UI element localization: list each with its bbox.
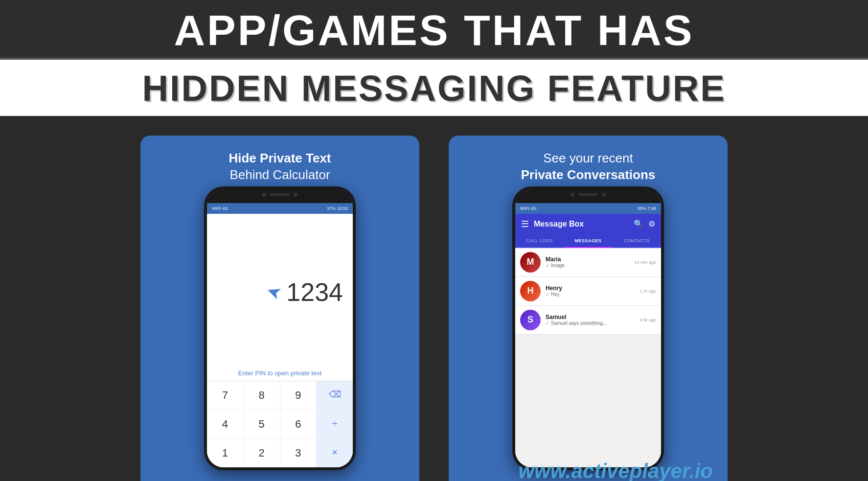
calc-btn-2[interactable]: 2 [244,439,280,467]
right-notch-dot-2 [602,193,606,197]
msg-preview-maria: ✓ Image [546,263,629,268]
msg-preview-samuel: ✓ Samuel says something... [546,321,635,326]
left-card-title: Hide Private Text Behind Calculator [228,150,331,183]
avatar-maria: M [520,252,541,273]
avatar-henry: H [520,281,541,301]
calc-btn-7[interactable]: 7 [207,381,243,410]
msg-time-henry: 1 hr ago [640,289,656,294]
calc-btn-4[interactable]: 4 [207,410,243,438]
msg-header: ☰ Message Box 🔍 ⚙ [515,214,661,234]
right-notch-speaker [578,193,598,196]
tab-contacts[interactable]: CONTACTS [613,234,661,247]
calc-arrow-icon: ➤ [264,280,285,304]
hamburger-icon[interactable]: ☰ [521,219,529,229]
calc-btn-backspace[interactable]: ⌫ [317,381,353,410]
msg-app-title: Message Box [534,220,629,229]
tab-messages[interactable]: MESSAGES [564,234,612,248]
calc-hint: Enter PIN to open private text [207,366,353,381]
msg-time-maria: 14 min ago [634,260,656,265]
main-content: Hide Private Text Behind Calculator WIFI… [0,116,868,477]
notch-dot-2 [294,193,297,197]
tab-call-logs[interactable]: CALL LOGS [515,234,564,247]
msg-item-henry[interactable]: H Henry ✓ Hey 1 hr ago [515,277,661,306]
msg-name-samuel: Samuel [546,314,635,321]
right-card-title: See your recent Private Conversations [521,150,656,183]
notch-speaker [270,193,290,196]
msg-time-samuel: 4 hr ago [640,318,656,322]
calc-display: ➤ 1234 [207,214,353,366]
msg-item-samuel[interactable]: S Samuel ✓ Samuel says something... 4 hr… [515,306,661,335]
msg-info-samuel: Samuel ✓ Samuel says something... [546,314,635,326]
calc-btn-divide[interactable]: ÷ [317,410,353,438]
calc-btn-6[interactable]: 6 [280,410,317,438]
msg-info-henry: Henry ✓ Hey [546,285,635,297]
subtitle-band: HIDDEN MESSAGING FEATURE [0,60,868,116]
calc-btn-3[interactable]: 3 [280,439,317,467]
right-phone-card: See your recent Private Conversations WI… [449,136,728,481]
msg-item-maria[interactable]: M Maria ✓ Image 14 min ago [515,248,661,277]
calc-buttons: 7 8 9 ⌫ 4 5 6 ÷ 1 2 3 × [207,381,353,467]
activeplayer-watermark: www.activeplayer.io [518,459,713,481]
left-phone-card: Hide Private Text Behind Calculator WIFI… [140,136,419,481]
left-phone-mockup: WIFI 4G 37% 10:53 ➤ 1234 Enter PIN to op… [204,186,356,470]
calc-btn-8[interactable]: 8 [244,381,280,410]
status-bar-right: WIFI 4G 55% 7:48 [515,203,661,214]
settings-icon[interactable]: ⚙ [648,219,655,229]
notch [251,189,309,200]
top-banner: APP/GAMES THAT HAS [0,0,868,60]
subtitle: HIDDEN MESSAGING FEATURE [0,68,868,109]
calc-btn-5[interactable]: 5 [244,410,280,438]
avatar-samuel: S [520,310,541,330]
msg-tabs: CALL LOGS MESSAGES CONTACTS [515,234,661,248]
main-title: APP/GAMES THAT HAS [0,9,868,52]
right-phone-mockup: WIFI 4G 55% 7:48 ☰ Message Box 🔍 ⚙ CALL … [512,186,664,470]
calc-btn-1[interactable]: 1 [207,439,243,467]
right-notch-area [515,189,661,203]
msg-name-henry: Henry [546,285,635,292]
search-icon[interactable]: 🔍 [634,219,643,229]
msg-list: M Maria ✓ Image 14 min ago [515,248,661,467]
calc-number: ➤ 1234 [267,277,343,307]
notch-dot [262,193,266,197]
right-notch-dot [571,193,574,197]
right-notch [559,189,617,200]
status-bar-left: WIFI 4G 37% 10:53 [207,203,353,214]
msg-screen: ☰ Message Box 🔍 ⚙ CALL LOGS MESSAGES CON… [515,214,661,467]
notch-area [207,189,353,203]
msg-name-maria: Maria [546,256,629,263]
calc-btn-9[interactable]: 9 [280,381,317,410]
msg-info-maria: Maria ✓ Image [546,256,629,268]
calc-btn-multiply[interactable]: × [317,439,353,467]
msg-preview-henry: ✓ Hey [546,292,635,297]
